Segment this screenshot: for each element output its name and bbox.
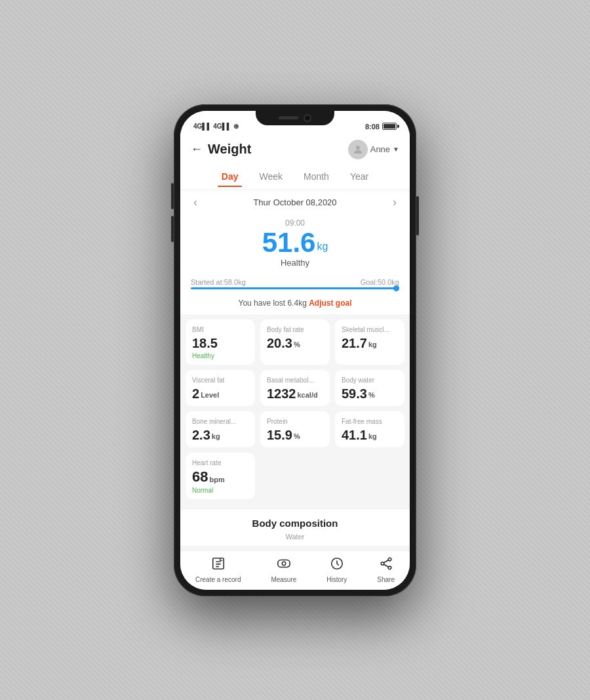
front-camera <box>304 114 311 122</box>
goal-label: Goal:50.0kg <box>361 278 399 286</box>
svg-point-6 <box>282 562 286 566</box>
body-fat-value: 20.3 % <box>267 336 323 350</box>
next-date-button[interactable]: › <box>393 196 397 209</box>
nav-create[interactable]: Create a record <box>195 556 241 583</box>
app-header: ← Weight Anne ▼ <box>180 133 410 166</box>
weight-section: 09:00 51.6 kg Healthy <box>180 215 410 276</box>
heart-rate-value: 68 bpm <box>192 469 248 485</box>
empty-slot-1 <box>260 453 330 499</box>
adjust-goal-button[interactable]: Adjust goal <box>309 299 351 308</box>
user-profile[interactable]: Anne ▼ <box>348 140 399 159</box>
heart-rate-status: Normal <box>192 487 248 494</box>
basal-value: 1232 kcal/d <box>267 386 323 401</box>
progress-labels: Started at:58.0kg Goal:50.0kg <box>191 278 399 286</box>
protein-value: 15.9 % <box>267 428 323 442</box>
date-navigation: ‹ Thur October 08,2020 › <box>180 190 410 215</box>
dropdown-icon: ▼ <box>393 146 399 153</box>
metric-protein[interactable]: Protein 15.9 % <box>260 411 330 447</box>
svg-rect-1 <box>212 558 224 569</box>
lost-text: You have lost 6.4kg Adjust goal <box>180 295 410 314</box>
start-label: Started at:58.0kg <box>191 278 246 286</box>
signal-text: 4G▌▌ 4G▌▌ ⊛ <box>193 123 239 130</box>
nav-share[interactable]: Share <box>377 556 395 583</box>
tab-day[interactable]: Day <box>218 169 243 184</box>
basal-label: Basal metabol... <box>267 377 323 384</box>
svg-point-8 <box>388 558 391 561</box>
period-tabs: Day Week Month Year <box>180 166 410 190</box>
notch <box>256 111 334 125</box>
svg-point-9 <box>381 562 384 565</box>
metric-heart-rate[interactable]: Heart rate 68 bpm Normal <box>186 453 255 499</box>
create-icon <box>211 556 226 574</box>
speaker <box>279 116 298 119</box>
tab-week[interactable]: Week <box>255 169 286 184</box>
progress-indicator <box>393 285 399 291</box>
prev-date-button[interactable]: ‹ <box>193 196 197 209</box>
body-composition-section: Body composition Water <box>180 510 410 546</box>
protein-label: Protein <box>267 418 323 425</box>
measurement-time: 09:00 <box>191 218 399 228</box>
empty-slot-2 <box>335 453 404 499</box>
metric-skeletal[interactable]: Skeletal muscl... 21.7 kg <box>335 319 404 365</box>
metric-fat-free[interactable]: Fat-free mass 41.1 kg <box>335 411 404 447</box>
weight-display: 51.6 kg <box>191 229 399 257</box>
svg-point-0 <box>356 146 360 150</box>
bmi-value: 18.5 <box>192 336 248 350</box>
progress-bar <box>191 287 399 289</box>
body-water-label: Body water <box>342 377 398 384</box>
nav-history[interactable]: History <box>326 556 347 583</box>
current-date: Thur October 08,2020 <box>253 197 336 207</box>
metric-bone[interactable]: Bone mineral... 2.3 kg <box>186 411 255 447</box>
bmi-status: Healthy <box>192 352 248 360</box>
metric-bmi[interactable]: BMI 18.5 Healthy <box>186 319 255 365</box>
body-comp-subtitle: Water <box>191 533 399 541</box>
app-content: ← Weight Anne ▼ Day Week Month Year <box>180 133 410 550</box>
svg-rect-5 <box>278 560 290 567</box>
nav-measure[interactable]: Measure <box>271 556 296 583</box>
phone-frame: 4G▌▌ 4G▌▌ ⊛ 8:08 ← Weight Anne <box>174 104 416 596</box>
tab-month[interactable]: Month <box>300 169 333 184</box>
body-water-value: 59.3 % <box>342 386 398 401</box>
bottom-navigation: Create a record Measure History Share <box>180 550 410 590</box>
avatar <box>348 140 368 159</box>
share-icon <box>379 556 393 574</box>
share-label: Share <box>377 576 395 583</box>
vol-down-button[interactable] <box>171 216 174 242</box>
metric-body-fat[interactable]: Body fat rate 20.3 % <box>260 319 330 365</box>
time-display: 8:08 <box>365 123 380 131</box>
history-label: History <box>326 576 347 583</box>
user-name: Anne <box>370 144 390 154</box>
svg-point-10 <box>388 566 391 569</box>
history-icon <box>330 556 344 574</box>
visceral-label: Visceral fat <box>192 377 248 384</box>
svg-line-11 <box>384 560 388 562</box>
back-button[interactable]: ← <box>191 142 203 156</box>
time-battery: 8:08 <box>365 123 397 131</box>
measure-icon <box>277 556 291 574</box>
vol-up-button[interactable] <box>171 183 174 209</box>
weight-unit: kg <box>317 241 328 253</box>
svg-line-12 <box>384 564 388 567</box>
fat-free-label: Fat-free mass <box>342 418 398 425</box>
header-left: ← Weight <box>191 142 251 157</box>
fat-free-value: 41.1 kg <box>342 428 398 442</box>
metrics-grid: BMI 18.5 Healthy Body fat rate 20.3 % <box>180 314 410 504</box>
heart-rate-label: Heart rate <box>192 459 248 466</box>
create-label: Create a record <box>195 576 241 583</box>
metric-basal[interactable]: Basal metabol... 1232 kcal/d <box>260 370 330 406</box>
metric-visceral[interactable]: Visceral fat 2 Level <box>186 370 255 406</box>
metric-body-water[interactable]: Body water 59.3 % <box>335 370 404 406</box>
skeletal-label: Skeletal muscl... <box>342 326 398 333</box>
power-button[interactable] <box>416 196 419 236</box>
visceral-value: 2 Level <box>192 386 248 401</box>
bone-value: 2.3 kg <box>192 428 248 442</box>
bmi-label: BMI <box>192 326 248 333</box>
status-bar: 4G▌▌ 4G▌▌ ⊛ 8:08 <box>180 111 410 133</box>
page-title: Weight <box>208 142 251 157</box>
skeletal-value: 21.7 kg <box>342 336 398 350</box>
body-comp-title: Body composition <box>191 518 399 529</box>
tab-year[interactable]: Year <box>346 169 372 184</box>
weight-status: Healthy <box>191 258 399 268</box>
progress-section: Started at:58.0kg Goal:50.0kg <box>180 276 410 295</box>
body-fat-label: Body fat rate <box>267 326 323 333</box>
